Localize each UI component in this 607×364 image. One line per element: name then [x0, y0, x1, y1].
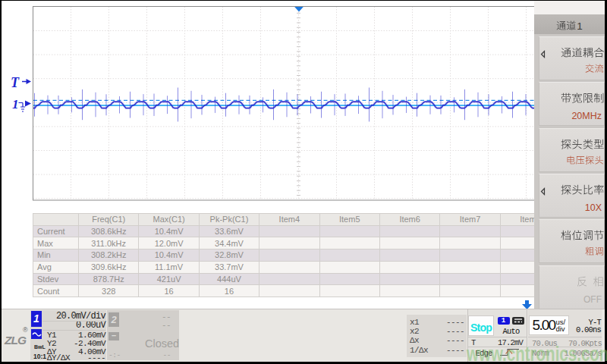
svg-text:®: ® — [23, 326, 28, 334]
svg-text:T: T — [11, 75, 20, 90]
svg-text:1: 1 — [12, 97, 19, 111]
svg-text:ZLG: ZLG — [4, 334, 27, 347]
